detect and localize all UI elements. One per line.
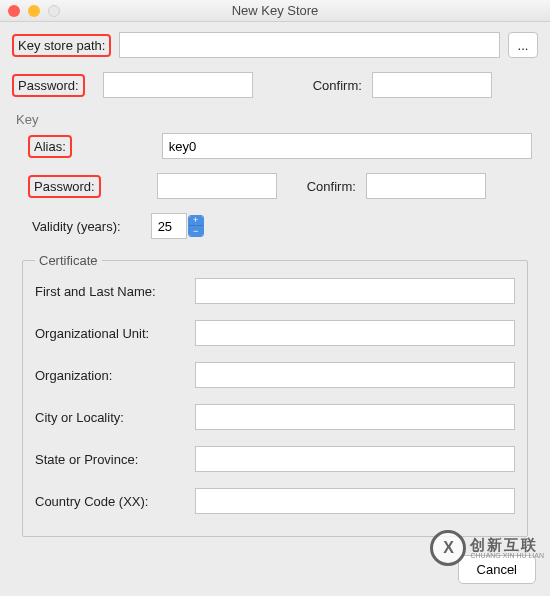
store-password-input[interactable] — [103, 72, 253, 98]
key-section-label: Key — [16, 112, 538, 127]
browse-button[interactable]: ... — [508, 32, 538, 58]
watermark-logo-icon: X — [430, 530, 466, 566]
country-input[interactable] — [195, 488, 515, 514]
validity-input[interactable] — [151, 213, 187, 239]
zoom-window-button — [48, 5, 60, 17]
alias-row: Alias: — [18, 133, 532, 159]
country-label: Country Code (XX): — [35, 494, 195, 509]
validity-label: Validity (years): — [32, 219, 121, 234]
org-unit-input[interactable] — [195, 320, 515, 346]
watermark-text: 创新互联 — [470, 537, 544, 552]
key-password-input[interactable] — [157, 173, 277, 199]
key-confirm-input[interactable] — [366, 173, 486, 199]
store-password-label: Password: — [12, 74, 85, 97]
first-last-input[interactable] — [195, 278, 515, 304]
key-confirm-label: Confirm: — [307, 179, 356, 194]
validity-step-down[interactable]: − — [189, 226, 203, 236]
city-input[interactable] — [195, 404, 515, 430]
first-last-label: First and Last Name: — [35, 284, 195, 299]
organization-input[interactable] — [195, 362, 515, 388]
state-input[interactable] — [195, 446, 515, 472]
certificate-fieldset: Certificate First and Last Name: Organiz… — [22, 253, 528, 537]
watermark-subtext: CHUANG XIN HU LIAN — [470, 552, 544, 559]
store-confirm-input[interactable] — [372, 72, 492, 98]
validity-row: Validity (years): + − — [18, 213, 532, 239]
store-password-row: Password: Confirm: — [12, 72, 538, 98]
organization-label: Organization: — [35, 368, 195, 383]
key-password-row: Password: Confirm: — [18, 173, 532, 199]
city-label: City or Locality: — [35, 410, 195, 425]
key-password-label: Password: — [28, 175, 101, 198]
validity-step-up[interactable]: + — [189, 216, 203, 226]
certificate-legend: Certificate — [35, 253, 102, 268]
minimize-window-button[interactable] — [28, 5, 40, 17]
org-unit-label: Organizational Unit: — [35, 326, 195, 341]
key-store-path-label: Key store path: — [12, 34, 111, 57]
state-label: State or Province: — [35, 452, 195, 467]
window-title: New Key Store — [232, 3, 319, 18]
alias-input[interactable] — [162, 133, 532, 159]
close-window-button[interactable] — [8, 5, 20, 17]
titlebar: New Key Store — [0, 0, 550, 22]
watermark: X 创新互联 CHUANG XIN HU LIAN — [430, 530, 544, 566]
store-confirm-label: Confirm: — [313, 78, 362, 93]
key-store-path-input[interactable] — [119, 32, 500, 58]
alias-label: Alias: — [28, 135, 72, 158]
key-store-path-row: Key store path: ... — [12, 32, 538, 58]
